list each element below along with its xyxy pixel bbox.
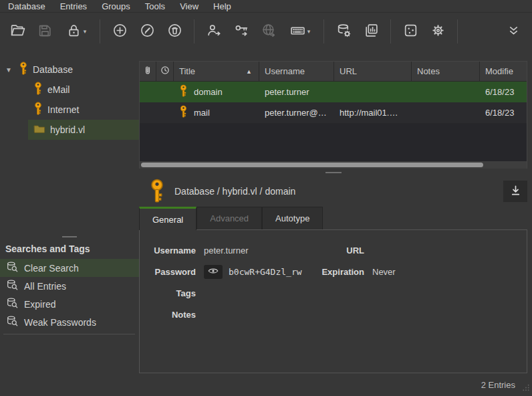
add-entry-button[interactable] — [109, 19, 130, 43]
menu-tools[interactable]: Tools — [138, 1, 172, 12]
edit-circle-icon — [140, 23, 155, 40]
menu-entries[interactable]: Entries — [53, 1, 94, 12]
autotype-button[interactable]: ▾ — [285, 19, 315, 43]
cell-username: peter.turner — [259, 82, 334, 102]
copy-password-button[interactable] — [231, 19, 252, 43]
dice-icon — [403, 23, 418, 40]
password-label: Password — [140, 261, 196, 282]
search-item-label: Clear Search — [24, 263, 79, 274]
menu-database[interactable]: Database — [1, 1, 53, 12]
entry-row-mail[interactable]: mail peter.turner@… http://mail01.… 6/18… — [140, 102, 527, 123]
tab-autotype[interactable]: Autotype — [262, 207, 323, 229]
menu-bar: Database Entries Groups Tools View Help — [0, 0, 532, 13]
autotype-dropdown-caret: ▾ — [307, 29, 311, 35]
entry-count: 2 Entries — [481, 380, 515, 390]
expand-caret-icon[interactable]: ▼ — [5, 66, 14, 74]
tree-item-email[interactable]: eMail — [0, 80, 139, 100]
open-database-button[interactable] — [7, 19, 28, 43]
search-item-label: Weak Passwords — [24, 317, 96, 328]
horizontal-scrollbar[interactable] — [140, 161, 527, 169]
scrollbar-thumb[interactable] — [141, 163, 483, 167]
toggle-password-button[interactable] — [204, 265, 223, 279]
add-circle-icon — [112, 23, 128, 40]
search-item-clear-search[interactable]: Clear Search — [0, 259, 139, 277]
expiration-value: Never — [364, 261, 527, 282]
search-item-expired[interactable]: Expired — [0, 295, 139, 313]
copy-username-button[interactable] — [203, 19, 225, 43]
key-icon — [33, 102, 43, 118]
key-icon — [33, 82, 43, 98]
column-notes[interactable]: Notes — [412, 62, 480, 82]
column-expiry[interactable] — [156, 62, 174, 82]
toolbar-separator — [457, 19, 458, 43]
main-area: ▼ Database eMail Internet hybrid.vl — [0, 50, 532, 396]
searches-panel: Searches and Tags Clear Search All Entri… — [0, 233, 139, 396]
column-url[interactable]: URL — [334, 62, 412, 82]
database-search-icon — [6, 297, 18, 311]
cell-modified: 6/18/23 — [480, 102, 527, 123]
entry-breadcrumb: Database / hybrid.vl / domain — [174, 186, 295, 197]
tree-item-label: Database — [33, 64, 73, 75]
tab-advanced[interactable]: Advanced — [196, 207, 262, 229]
reports-button[interactable] — [360, 19, 382, 43]
expand-toolbar-button[interactable] — [503, 19, 524, 43]
tree-item-label: eMail — [47, 84, 70, 95]
tree-item-internet[interactable]: Internet — [0, 100, 139, 120]
menu-view[interactable]: View — [172, 1, 206, 12]
password-generator-button[interactable] — [400, 19, 421, 43]
download-arrow-icon — [509, 184, 522, 199]
preview-splitter[interactable] — [139, 169, 527, 177]
tree-item-label: Internet — [47, 104, 79, 115]
cell-title: mail — [194, 108, 210, 118]
sidebar-splitter[interactable] — [0, 233, 139, 241]
menu-help[interactable]: Help — [206, 1, 239, 12]
toolbar: ▾ ▾ — [0, 13, 532, 50]
folder-icon — [33, 124, 45, 136]
entry-preview-panel: Username peter.turner URL Password b0cwR… — [139, 229, 527, 373]
group-tree: ▼ Database eMail Internet hybrid.vl — [0, 60, 139, 140]
tree-item-label: hybrid.vl — [50, 124, 85, 135]
paperclip-icon — [144, 65, 152, 78]
table-header: Title▲ Username URL Notes Modifie — [140, 62, 527, 82]
resize-grip-icon[interactable] — [521, 383, 530, 394]
search-item-weak-passwords[interactable]: Weak Passwords — [0, 313, 139, 331]
edit-entry-button[interactable] — [136, 19, 158, 43]
toolbar-separator — [323, 19, 324, 43]
gear-icon — [430, 23, 446, 40]
settings-button[interactable] — [427, 19, 448, 43]
column-username[interactable]: Username — [259, 62, 334, 82]
save-database-button[interactable] — [34, 19, 55, 43]
cell-username: peter.turner@… — [259, 102, 334, 123]
column-title[interactable]: Title▲ — [174, 62, 259, 82]
entry-row-domain[interactable]: domain peter.turner 6/18/23 — [140, 82, 527, 102]
key-icon — [179, 84, 188, 100]
key-arrow-icon — [234, 23, 249, 40]
tree-item-hybrid-vl[interactable]: hybrid.vl — [28, 120, 139, 140]
search-item-all-entries[interactable]: All Entries — [0, 277, 139, 295]
database-search-icon — [6, 315, 18, 329]
toolbar-separator — [100, 19, 100, 43]
database-search-icon — [6, 279, 18, 293]
column-label: Title — [179, 66, 195, 76]
tree-item-database[interactable]: ▼ Database — [0, 60, 139, 80]
status-bar: 2 Entries — [139, 373, 527, 396]
key-icon — [179, 105, 188, 120]
url-label: URL — [316, 239, 364, 261]
open-url-button[interactable] — [258, 19, 279, 43]
cell-modified: 6/18/23 — [480, 82, 527, 102]
database-settings-button[interactable] — [333, 19, 354, 43]
column-attachment[interactable] — [140, 62, 156, 82]
column-modified[interactable]: Modifie — [480, 62, 527, 82]
person-arrow-icon — [207, 23, 222, 40]
menu-groups[interactable]: Groups — [94, 1, 138, 12]
notes-value — [196, 304, 527, 325]
folder-open-icon — [10, 23, 25, 40]
key-icon — [148, 179, 166, 204]
clock-icon — [160, 66, 170, 77]
cell-url: http://mail01.… — [334, 102, 412, 123]
tab-general[interactable]: General — [139, 207, 196, 230]
close-preview-button[interactable] — [503, 181, 527, 202]
content-area: Title▲ Username URL Notes Modifie domain… — [139, 50, 532, 396]
lock-database-button[interactable]: ▾ — [61, 19, 91, 43]
delete-entry-button[interactable] — [164, 19, 185, 43]
